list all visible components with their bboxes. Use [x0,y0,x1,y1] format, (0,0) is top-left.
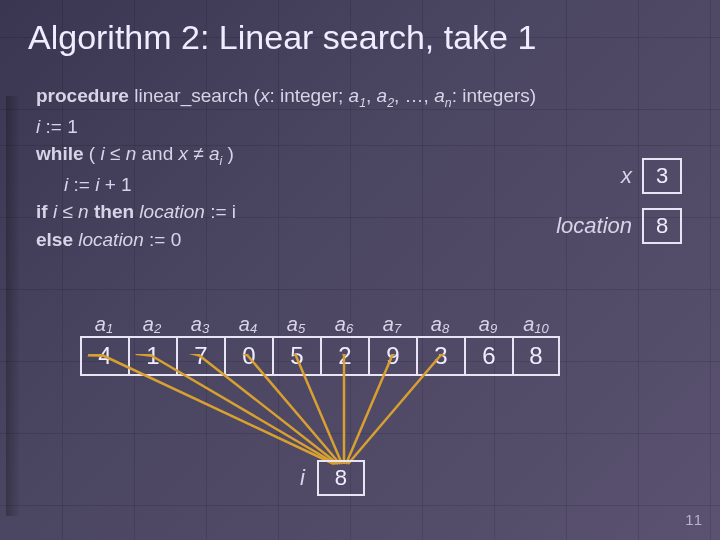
array-label: a3 [176,310,224,336]
right-values: x 3 location 8 [556,158,682,258]
location-value-box: 8 [642,208,682,244]
array-label: a2 [128,310,176,336]
keyword-procedure: procedure [36,85,129,106]
array-label: a5 [272,310,320,336]
left-shadow [6,96,20,516]
background-grid [0,0,720,540]
slide-title: Algorithm 2: Linear search, take 1 [28,18,692,57]
array-cell: 1 [128,336,176,376]
x-value-box: 3 [642,158,682,194]
i-label: i [300,465,305,491]
location-row: location 8 [556,208,682,244]
code-line-4: i := i + 1 [36,171,536,199]
array-cell: 5 [272,336,320,376]
array-cell: 3 [416,336,464,376]
array-cell: 2 [320,336,368,376]
code-line-3: while ( i ≤ n and x ≠ ai ) [36,140,536,171]
i-display: i 8 [300,460,365,496]
code-line-2: i := 1 [36,113,536,141]
array-label: a7 [368,310,416,336]
array-display: a1 a2 a3 a4 a5 a6 a7 a8 a9 a10 4 1 7 0 5… [80,310,560,376]
array-label: a1 [80,310,128,336]
page-number: 11 [685,511,702,528]
location-label: location [556,213,632,239]
array-cells-row: 4 1 7 0 5 2 9 3 6 8 [80,336,560,376]
pseudocode-block: procedure linear_search (x: integer; a1,… [36,82,536,254]
array-cell: 9 [368,336,416,376]
array-cell: 4 [80,336,128,376]
array-label: a6 [320,310,368,336]
code-line-1: procedure linear_search (x: integer; a1,… [36,82,536,113]
array-label: a9 [464,310,512,336]
array-label: a4 [224,310,272,336]
code-line-5: if i ≤ n then location := i [36,198,536,226]
array-cell: 8 [512,336,560,376]
array-cell: 0 [224,336,272,376]
x-row: x 3 [556,158,682,194]
code-line-6: else location := 0 [36,226,536,254]
array-label: a10 [512,310,560,336]
array-label: a8 [416,310,464,336]
i-value-box: 8 [317,460,365,496]
slide: Algorithm 2: Linear search, take 1 proce… [0,0,720,540]
array-cell: 6 [464,336,512,376]
array-labels-row: a1 a2 a3 a4 a5 a6 a7 a8 a9 a10 [80,310,560,336]
array-cell: 7 [176,336,224,376]
x-label: x [621,163,632,189]
